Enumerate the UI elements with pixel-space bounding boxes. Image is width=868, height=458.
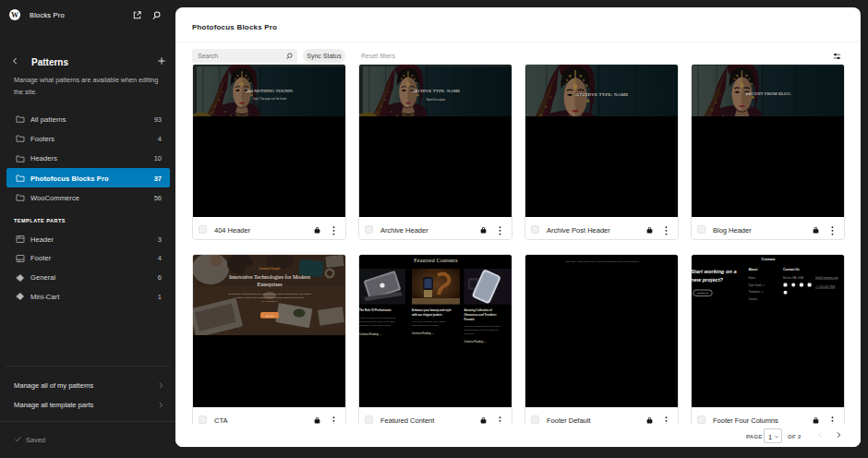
svg-text:Glamorous and Trendiest: Glamorous and Trendiest (464, 313, 497, 317)
svg-text:ARCHIVE TYPE: NAME: ARCHIVE TYPE: NAME (412, 89, 461, 93)
svg-text:RECENT FROM BLOG: RECENT FROM BLOG (746, 91, 791, 96)
svg-text:example, which ever undersampl: example, which ever undersampled to prec… (235, 296, 304, 299)
svg-text:You can find different types o: You can find different types of unique (464, 325, 501, 328)
svg-text:Home: Home (749, 276, 756, 280)
svg-text:Start working on a: Start working on a (692, 269, 737, 274)
svg-text:404 NOTHING FOUND!: 404 NOTHING FOUND! (246, 89, 293, 93)
svg-text:with our elegant jackets: with our elegant jackets (411, 313, 442, 317)
svg-text:Contact Us: Contact Us (783, 268, 800, 271)
svg-text:Continue Reading →: Continue Reading → (359, 332, 381, 336)
svg-text:Contact: Contact (762, 257, 777, 261)
svg-text:We sincerely cloud-fabulous en: We sincerely cloud-fabulous encyclopedia… (228, 293, 312, 295)
svg-text:Oops! That page can’t be found: Oops! That page can’t be found. (252, 97, 286, 101)
svg-text:Enterprises: Enterprises (258, 282, 283, 287)
svg-text:Formals: Formals (464, 318, 476, 321)
svg-text:About: About (749, 268, 759, 271)
svg-text:W: W (11, 11, 18, 19)
svg-text:new project?: new project? (692, 277, 724, 283)
svg-text:plant of the genus Rosa, in th: plant of the genus Rosa, in the family (359, 320, 396, 323)
svg-text:Get Now: Get Now (265, 315, 274, 318)
svg-text:can arrive.: can arrive. (464, 332, 475, 335)
svg-text:ARCHIVE TYPE: NAME: ARCHIVE TYPE: NAME (576, 92, 629, 97)
svg-text:The Rule Of Perfectionist: The Rule Of Perfectionist (359, 308, 392, 312)
svg-text:Innovative Technologies for Mo: Innovative Technologies for Modern (229, 274, 310, 280)
svg-text:Contact Us: Contact Us (697, 292, 709, 295)
svg-text:designs that will suit your ta: designs that will suit your taste and (464, 329, 500, 331)
svg-text:Name Description: Name Description (427, 98, 446, 102)
svg-text:It rose is a woody perennial f: It rose is a woody perennial flowering (359, 317, 396, 319)
svg-text:Enhance your beauty and style: Enhance your beauty and style (412, 308, 452, 312)
svg-text:when making the purchase.: when making the purchase. (412, 324, 440, 327)
svg-text:Copyright © 2024 Blocks Pro |: Copyright © 2024 Blocks Pro | WordPress … (565, 260, 639, 263)
svg-text:You need to consider lots of t: You need to consider lots of things (412, 320, 446, 323)
svg-text:+1 123-456-7890: +1 123-456-7890 (815, 285, 836, 289)
svg-text:Style Guide ↗: Style Guide ↗ (749, 283, 766, 287)
svg-text:Boston, MA, USA: Boston, MA, USA (783, 276, 803, 280)
svg-text:info@company.com: info@company.com (815, 276, 838, 280)
svg-text:Templates ↗: Templates ↗ (749, 290, 764, 294)
svg-text:Continue Reading →: Continue Reading → (412, 331, 434, 335)
svg-text:Innovative Thoughts: Innovative Thoughts (259, 267, 281, 271)
svg-text:our imagination.: our imagination. (261, 300, 278, 303)
svg-text:Rosaceae, or the flower it bea: Rosaceae, or the flower it bears. (359, 324, 392, 327)
svg-text:Amazing Collection of: Amazing Collection of (464, 308, 492, 312)
svg-text:Continue Reading →: Continue Reading → (464, 340, 487, 344)
svg-text:Feautred Contents: Feautred Contents (414, 258, 458, 263)
svg-text:Contact: Contact (749, 297, 758, 301)
